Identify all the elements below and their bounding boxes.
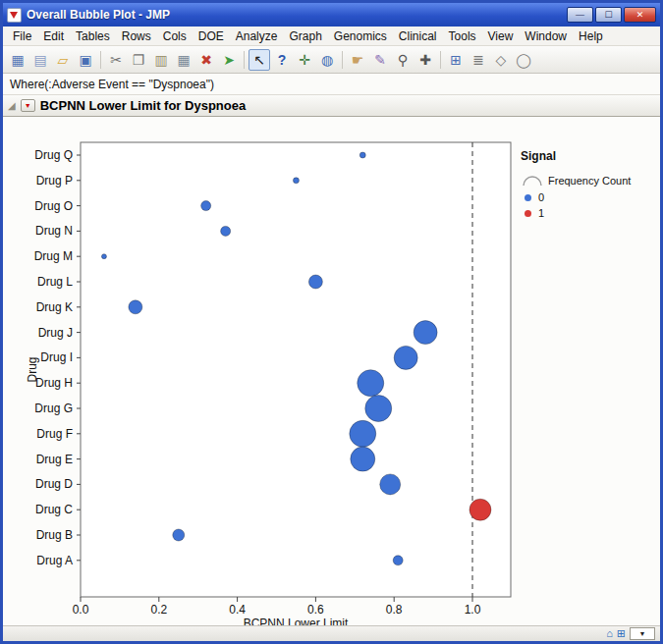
legend-title: Signal [521,149,631,163]
y-tick-label: Drug I [40,350,73,364]
paste-icon[interactable]: ▥ [150,49,172,71]
chart-legend: Signal Frequency Count 01 [521,149,631,221]
text-tool-icon[interactable]: ≣ [468,49,489,71]
toolbar-separator [440,51,441,69]
run-script-icon[interactable]: ➤ [218,49,240,71]
toolbar-separator [342,51,343,69]
y-tick-label: Drug O [34,199,73,213]
home-icon[interactable]: ⌂ [606,628,613,639]
bubble-drug-q[interactable] [359,152,365,158]
y-tick-label: Drug J [38,326,73,340]
bubble-drug-h[interactable] [358,370,384,397]
report-header: ◢ ▼ BCPNN Lower Limit for Dyspnoea [3,95,660,117]
move-tool-icon[interactable]: ✛ [294,49,315,71]
x-tick-label: 0.2 [150,603,167,617]
close-button[interactable]: ✕ [624,7,656,23]
data-grid-icon[interactable]: ⊞ [617,628,626,639]
jmp-window: Overall Bubble Plot - JMP —☐✕ FileEditTa… [0,0,663,644]
legend-entries: 01 [521,189,631,221]
legend-dot-0 [525,194,531,201]
y-tick-label: Drug E [36,453,73,466]
y-axis-title: Drug [26,356,39,382]
minimize-button[interactable]: — [567,7,593,23]
help-tool-icon[interactable]: ? [271,49,293,71]
red-triangle-menu-icon[interactable]: ▼ [21,99,35,112]
copy-icon[interactable]: ❐ [128,49,149,71]
bubble-drug-d[interactable] [380,474,401,495]
selection-arrow-icon[interactable]: ↖ [249,49,270,71]
bubble-drug-e[interactable] [351,447,375,471]
x-axis-title: BCPNN Lower Limit [244,617,349,625]
menu-clinical[interactable]: Clinical [393,27,443,45]
menu-doe[interactable]: DOE [193,27,230,45]
bubble-drug-m[interactable] [101,254,106,259]
legend-entry-label: 0 [538,191,544,203]
menu-help[interactable]: Help [573,27,609,45]
bubble-drug-p[interactable] [293,178,299,184]
bubble-drug-a[interactable] [393,556,403,565]
annotate-tool-icon[interactable]: ⊞ [445,49,467,71]
bubble-drug-j[interactable] [414,321,437,345]
menu-tools[interactable]: Tools [443,27,482,45]
menu-cols[interactable]: Cols [157,27,193,45]
menu-analyze[interactable]: Analyze [230,27,284,45]
y-tick-label: Drug D [35,477,73,491]
save-icon[interactable]: ▣ [75,49,96,71]
delete-icon[interactable]: ✖ [195,49,217,71]
polygon-tool-icon[interactable]: ◇ [490,49,512,71]
bubble-drug-k[interactable] [129,300,142,314]
menu-rows[interactable]: Rows [116,27,157,45]
bubble-drug-l[interactable] [308,275,322,289]
status-dropdown-button[interactable]: ▼ [630,627,655,640]
toolbar-separator [244,51,245,69]
zoom-tool-icon[interactable]: ✚ [414,49,436,71]
legend-dot-1 [525,210,531,217]
bubble-drug-g[interactable] [365,396,392,422]
cut-icon[interactable]: ✂ [105,49,127,71]
x-tick-label: 0.4 [229,603,246,617]
menu-file[interactable]: File [7,27,37,45]
menubar: FileEditTablesRowsColsDOEAnalyzeGraphGen… [3,27,660,46]
x-tick-label: 0.0 [73,603,89,617]
open-icon[interactable]: ▱ [52,49,74,71]
jmp-app-icon [7,8,22,23]
chart-area: 0.00.20.40.60.81.0Drug QDrug PDrug ODrug… [3,117,660,625]
legend-entry-label: 1 [538,207,544,219]
maximize-button[interactable]: ☐ [595,7,622,23]
lasso-tool-icon[interactable]: ◯ [513,49,534,71]
new-data-table-icon[interactable]: ▦ [7,49,28,71]
bubble-drug-i[interactable] [394,346,417,369]
new-journal-icon[interactable]: ▤ [29,49,51,71]
y-tick-label: Drug N [35,224,73,238]
where-bar: Where(:Adverse Event == "Dyspnoea") [3,74,660,95]
x-tick-label: 1.0 [465,603,481,617]
x-tick-label: 0.6 [307,603,324,617]
menu-genomics[interactable]: Genomics [328,27,393,45]
bubble-drug-c[interactable] [470,499,491,520]
hand-tool-icon[interactable]: ☛ [347,49,368,71]
x-tick-label: 0.8 [386,603,403,617]
print-icon[interactable]: ▦ [173,49,194,71]
menu-window[interactable]: Window [519,27,573,45]
menu-graph[interactable]: Graph [283,27,327,45]
disclosure-triangle-icon[interactable]: ◢ [8,101,16,111]
y-tick-label: Drug P [36,174,73,188]
y-tick-label: Drug F [36,427,73,441]
menu-edit[interactable]: Edit [37,27,70,45]
window-title: Overall Bubble Plot - JMP [27,8,562,22]
bubble-drug-o[interactable] [201,201,211,211]
globe-tool-icon[interactable]: ◍ [316,49,338,71]
menu-view[interactable]: View [482,27,520,45]
legend-size-row: Frequency Count [521,173,631,187]
magnifier-tool-icon[interactable]: ⚲ [392,49,414,71]
y-tick-label: Drug L [37,275,73,289]
brush-tool-icon[interactable]: ✎ [369,49,391,71]
where-clause-text: Where(:Adverse Event == "Dyspnoea") [10,78,214,91]
menu-tables[interactable]: Tables [70,27,116,45]
toolbar-separator [100,51,101,69]
legend-entry-1[interactable]: 1 [521,205,631,221]
bubble-drug-n[interactable] [221,226,231,236]
legend-entry-0[interactable]: 0 [521,189,631,205]
bubble-drug-b[interactable] [173,529,185,541]
bubble-drug-f[interactable] [350,420,376,447]
